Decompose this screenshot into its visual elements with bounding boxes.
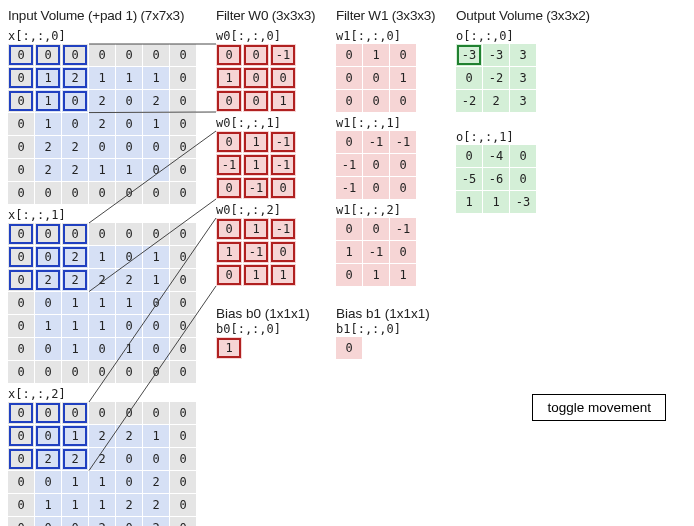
cell: 0 <box>390 241 416 263</box>
cell: 1 <box>270 90 296 112</box>
cell: 2 <box>116 269 142 291</box>
cell: 1 <box>62 425 88 447</box>
cell: 0 <box>170 517 196 526</box>
w10-label: w1[:,:,0] <box>336 29 446 43</box>
cell: 0 <box>35 223 61 245</box>
cell: 2 <box>89 448 115 470</box>
cell: 1 <box>243 154 269 176</box>
b1-label: b1[:,:,0] <box>336 322 446 336</box>
w12-grid: 00-11-10011 <box>336 218 446 286</box>
cell: 0 <box>170 425 196 447</box>
cell: 0 <box>143 402 169 424</box>
cell: 0 <box>89 402 115 424</box>
x1-label: x[:,:,1] <box>8 208 206 222</box>
cell: 1 <box>62 315 88 337</box>
cell: 0 <box>170 269 196 291</box>
cell: 0 <box>62 44 88 66</box>
cell: 0 <box>62 182 88 204</box>
cell: 0 <box>170 182 196 204</box>
toggle-movement-button[interactable]: toggle movement <box>532 394 666 421</box>
cell: 0 <box>243 44 269 66</box>
cell: 2 <box>62 159 88 181</box>
cell: 0 <box>216 90 242 112</box>
cell: 0 <box>8 90 34 112</box>
cell: 0 <box>8 471 34 493</box>
cell: 2 <box>89 113 115 135</box>
cell: 0 <box>336 67 362 89</box>
cell: 0 <box>336 264 362 286</box>
cell: 0 <box>336 218 362 240</box>
cell: 0 <box>116 402 142 424</box>
cell: 1 <box>89 471 115 493</box>
cell: 0 <box>143 136 169 158</box>
w01-label: w0[:,:,1] <box>216 116 326 130</box>
cell: 0 <box>170 223 196 245</box>
cell: 0 <box>216 131 242 153</box>
cell: 2 <box>35 448 61 470</box>
cell: 0 <box>510 168 536 190</box>
cell: 3 <box>510 44 536 66</box>
cell: 1 <box>483 191 509 213</box>
cell: 0 <box>8 44 34 66</box>
o0-grid: -3-330-23-223 <box>456 44 606 112</box>
cell: 0 <box>8 494 34 516</box>
cell: -5 <box>456 168 482 190</box>
cell: 1 <box>35 494 61 516</box>
w1-column: Filter W1 (3x3x3) w1[:,:,0] 010001000 w1… <box>336 8 446 359</box>
w11-label: w1[:,:,1] <box>336 116 446 130</box>
cell: 0 <box>336 44 362 66</box>
cell: 0 <box>390 90 416 112</box>
input-column: Input Volume (+pad 1) (7x7x3) x[:,:,0] 0… <box>8 8 206 526</box>
cell: -1 <box>390 218 416 240</box>
cell: 0 <box>8 159 34 181</box>
cell: 0 <box>216 218 242 240</box>
o0-label: o[:,:,0] <box>456 29 606 43</box>
cell: 2 <box>89 517 115 526</box>
cell: -4 <box>483 145 509 167</box>
cell: 0 <box>216 177 242 199</box>
cell: 0 <box>143 448 169 470</box>
cell: 0 <box>62 361 88 383</box>
cell: 0 <box>8 315 34 337</box>
cell: -3 <box>456 44 482 66</box>
cell: -1 <box>216 154 242 176</box>
cell: 1 <box>89 315 115 337</box>
cell: 0 <box>363 67 389 89</box>
cell: 1 <box>243 264 269 286</box>
cell: 0 <box>89 361 115 383</box>
cell: 0 <box>35 402 61 424</box>
cell: 0 <box>89 223 115 245</box>
cell: 1 <box>216 67 242 89</box>
cell: 0 <box>116 517 142 526</box>
cell: 0 <box>270 67 296 89</box>
cell: 1 <box>216 241 242 263</box>
w00-label: w0[:,:,0] <box>216 29 326 43</box>
cell: 1 <box>143 113 169 135</box>
w10-grid: 010001000 <box>336 44 446 112</box>
cell: 0 <box>363 154 389 176</box>
cell: 0 <box>8 113 34 135</box>
cell: 0 <box>62 223 88 245</box>
cell: 0 <box>143 44 169 66</box>
cell: 0 <box>456 145 482 167</box>
w0-column: Filter W0 (3x3x3) w0[:,:,0] 00-1100001 w… <box>216 8 326 359</box>
x0-grid: 0000000012111001020200102010022000002211… <box>8 44 206 204</box>
x2-grid: 0000000001221002220000011020011122000020… <box>8 402 206 526</box>
cell: 1 <box>243 218 269 240</box>
cell: 0 <box>116 136 142 158</box>
cell: 0 <box>89 182 115 204</box>
cell: 0 <box>35 361 61 383</box>
cell: 0 <box>143 292 169 314</box>
cell: 0 <box>143 361 169 383</box>
cell: 1 <box>143 269 169 291</box>
cell: 0 <box>336 90 362 112</box>
b1-header-label: Bias b1 (1x1x1) <box>336 306 446 321</box>
cell: 0 <box>170 67 196 89</box>
cell: 0 <box>363 218 389 240</box>
cell: 0 <box>116 471 142 493</box>
cell: 0 <box>390 177 416 199</box>
w02-grid: 01-11-10011 <box>216 218 326 286</box>
x0-label: x[:,:,0] <box>8 29 206 43</box>
cell: 0 <box>35 338 61 360</box>
cell: 0 <box>35 246 61 268</box>
